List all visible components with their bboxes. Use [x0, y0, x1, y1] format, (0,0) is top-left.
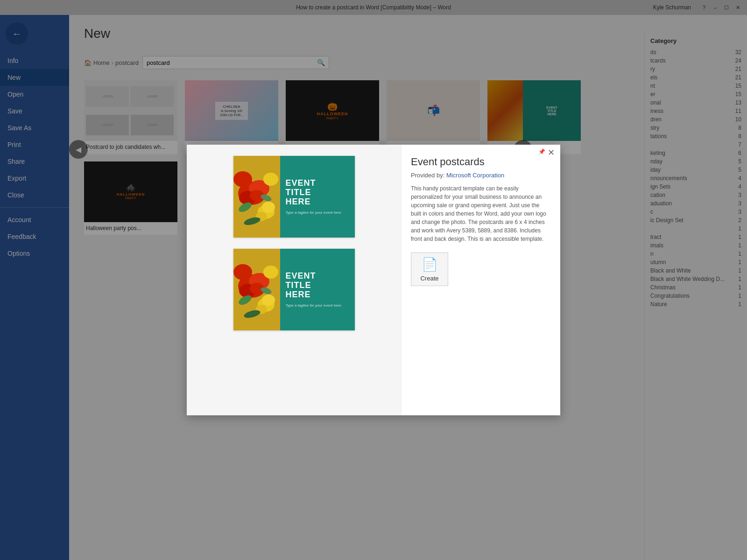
svg-point-25 [263, 266, 278, 279]
postcard-event-title-2: EVENT TITLE HERE [286, 272, 349, 299]
modal-provider: Provided by: Microsoft Corporation [411, 172, 551, 179]
svg-point-6 [262, 202, 275, 213]
svg-point-19 [262, 294, 275, 306]
postcard-photo-1 [233, 156, 280, 238]
postcard-event-title: EVENT TITLE HERE [286, 179, 349, 206]
modal-close-button[interactable]: ✕ [548, 148, 555, 157]
create-button[interactable]: 📄 Create [411, 252, 448, 286]
create-label: Create [420, 275, 438, 282]
postcard-text-area-1: EVENT TITLE HERE Type a tagline for your… [280, 156, 355, 238]
postcard-preview-2: EVENT TITLE HERE Type a tagline for your… [233, 249, 355, 330]
modal-overlay: ✕ 📌 [0, 0, 747, 560]
postcard-preview-1: EVENT TITLE HERE Type a tagline for your… [233, 156, 355, 238]
postcard-text-area-2: EVENT TITLE HERE Type a tagline for your… [280, 249, 355, 330]
modal-provider-link[interactable]: Microsoft Corporation [446, 172, 504, 179]
postcard-tagline: Type a tagline for your event here. [286, 210, 349, 215]
modal-dialog: ✕ 📌 [187, 145, 560, 415]
svg-point-12 [263, 173, 278, 186]
svg-point-11 [233, 171, 252, 187]
svg-point-24 [233, 264, 252, 280]
postcard-photo-2 [233, 249, 280, 330]
modal-description: This handy postcard template can be easi… [411, 184, 551, 243]
modal-info-panel: Event postcards Provided by: Microsoft C… [402, 145, 560, 415]
modal-title: Event postcards [411, 156, 551, 168]
modal-pin-button[interactable]: 📌 [538, 148, 545, 155]
create-icon: 📄 [422, 257, 438, 272]
modal-preview-panel: EVENT TITLE HERE Type a tagline for your… [187, 145, 402, 415]
postcard-tagline-2: Type a tagline for your event here. [286, 303, 349, 308]
